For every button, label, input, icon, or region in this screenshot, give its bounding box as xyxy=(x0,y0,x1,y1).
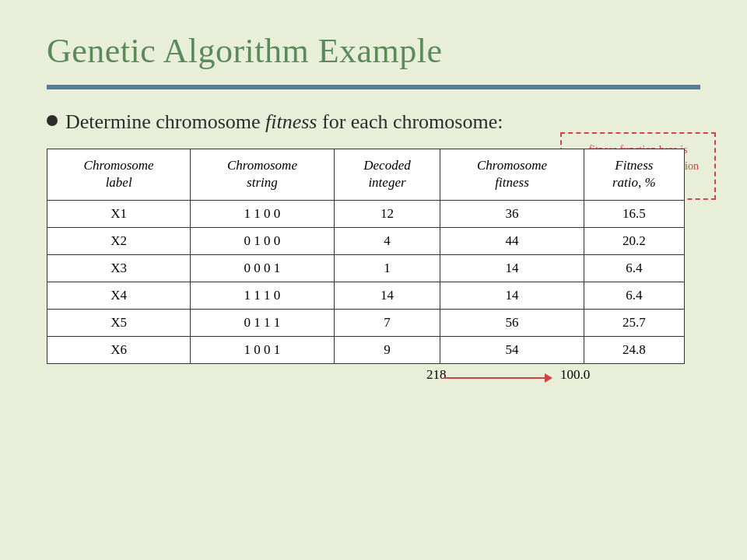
cell-label: X1 xyxy=(47,200,191,227)
cell-label: X6 xyxy=(47,336,191,363)
table-wrapper: Chromosomelabel Chromosomestring Decoded… xyxy=(47,149,700,390)
cell-ratio: 6.4 xyxy=(584,254,684,282)
cell-fitness: 14 xyxy=(440,254,584,282)
arrow-horizontal-line xyxy=(444,377,545,379)
cell-fitness: 36 xyxy=(440,200,584,227)
bullet-text-after: for each chromosome: xyxy=(317,110,503,133)
cell-fitness: 14 xyxy=(440,282,584,309)
cell-string: 1 1 0 0 xyxy=(191,200,334,227)
cell-label: X5 xyxy=(47,309,191,336)
data-table: Chromosomelabel Chromosomestring Decoded… xyxy=(47,149,685,363)
table-row: X20 1 0 044420.2 xyxy=(47,227,685,254)
col-header-fitness: Chromosomefitness xyxy=(440,149,584,200)
cell-fitness: 44 xyxy=(440,227,584,254)
cell-label: X2 xyxy=(47,227,191,254)
table-row: X50 1 1 175625.7 xyxy=(47,309,685,336)
col-header-decoded: Decodedinteger xyxy=(334,149,440,200)
total-ratio-label: 100.0 xyxy=(560,367,590,383)
cell-ratio: 16.5 xyxy=(584,200,684,227)
bullet-text-before: Determine chromosome xyxy=(65,110,265,133)
cell-ratio: 24.8 xyxy=(584,336,684,363)
cell-string: 0 1 0 0 xyxy=(191,227,334,254)
table-row: X61 0 0 195424.8 xyxy=(47,336,685,363)
cell-ratio: 6.4 xyxy=(584,282,684,309)
cell-fitness: 56 xyxy=(440,309,584,336)
cell-string: 1 0 0 1 xyxy=(191,336,334,363)
bullet-dot xyxy=(47,115,58,126)
slide: Genetic Algorithm Example Determine chro… xyxy=(0,0,747,560)
cell-decoded: 14 xyxy=(334,282,440,309)
cell-decoded: 12 xyxy=(334,200,440,227)
cell-decoded: 7 xyxy=(334,309,440,336)
cell-ratio: 20.2 xyxy=(584,227,684,254)
cell-ratio: 25.7 xyxy=(584,309,684,336)
cell-string: 0 1 1 1 xyxy=(191,309,334,336)
slide-title: Genetic Algorithm Example xyxy=(47,31,700,71)
col-header-string: Chromosomestring xyxy=(191,149,334,200)
col-header-ratio: Fitnessratio, % xyxy=(584,149,684,200)
bullet-italic-word: fitness xyxy=(265,110,317,133)
cell-fitness: 54 xyxy=(440,336,584,363)
cell-string: 0 0 0 1 xyxy=(191,254,334,282)
total-arrow xyxy=(444,373,552,383)
cell-decoded: 9 xyxy=(334,336,440,363)
cell-string: 1 1 1 0 xyxy=(191,282,334,309)
bullet-content: Determine chromosome fitness for each ch… xyxy=(65,108,503,136)
table-row: X11 1 0 0123616.5 xyxy=(47,200,685,227)
cell-label: X4 xyxy=(47,282,191,309)
table-row: X30 0 0 11146.4 xyxy=(47,254,685,282)
top-bar xyxy=(47,85,700,89)
totals-row: 218 100.0 xyxy=(47,367,685,390)
col-header-label: Chromosomelabel xyxy=(47,149,191,200)
cell-decoded: 4 xyxy=(334,227,440,254)
cell-label: X3 xyxy=(47,254,191,282)
arrow-horizontal-head xyxy=(545,373,552,383)
table-row: X41 1 1 014146.4 xyxy=(47,282,685,309)
cell-decoded: 1 xyxy=(334,254,440,282)
